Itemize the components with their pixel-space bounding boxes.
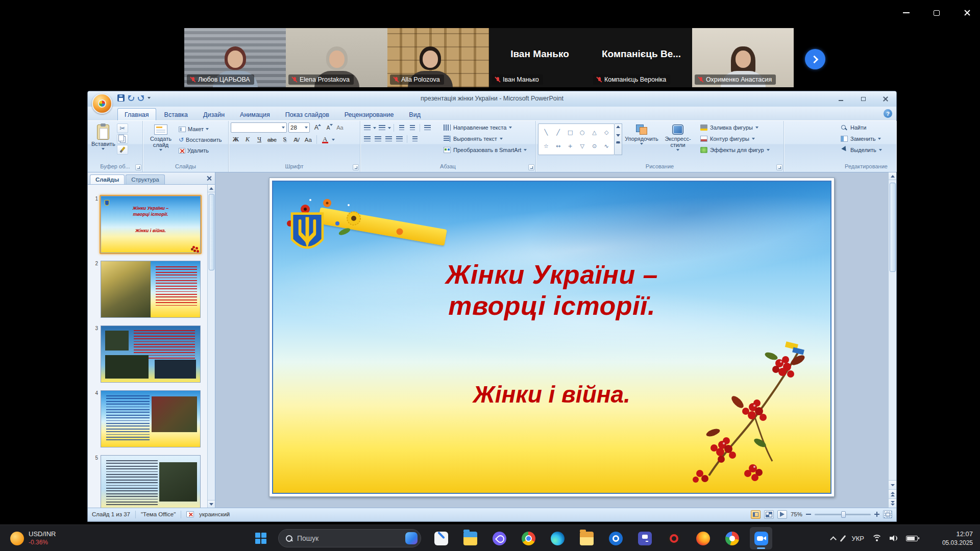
start-button[interactable] bbox=[255, 533, 266, 544]
scroll-down-icon[interactable] bbox=[889, 480, 896, 489]
align-text-button[interactable]: Выровнять текст bbox=[441, 134, 533, 144]
strikethrough-button[interactable]: abc bbox=[266, 135, 278, 144]
taskbar-clock[interactable]: 12:07 05.03.2025 bbox=[942, 530, 973, 547]
dialog-launcher[interactable] bbox=[135, 164, 141, 170]
search-input[interactable] bbox=[297, 534, 401, 542]
decrease-indent-button[interactable] bbox=[397, 123, 406, 132]
close-button[interactable] bbox=[962, 7, 973, 18]
align-left-button[interactable] bbox=[362, 135, 372, 143]
dialog-launcher[interactable] bbox=[353, 164, 359, 170]
previous-slide-button[interactable] bbox=[889, 489, 896, 498]
slide-thumbnail[interactable] bbox=[100, 260, 202, 319]
slide-thumbnail[interactable] bbox=[100, 454, 202, 508]
help-button[interactable]: ? bbox=[884, 109, 892, 118]
copy-button[interactable] bbox=[117, 134, 128, 144]
minimize-button[interactable] bbox=[835, 94, 846, 103]
reset-button[interactable]: ↺Восстановить bbox=[177, 135, 224, 144]
volume-icon[interactable] bbox=[890, 535, 898, 542]
bullets-button[interactable] bbox=[362, 123, 372, 132]
shapes-gallery-scroll[interactable] bbox=[615, 123, 622, 155]
tab-home[interactable]: Главная bbox=[117, 108, 156, 120]
panel-tab-outline[interactable]: Структура bbox=[126, 174, 165, 184]
panel-tab-slides[interactable]: Слайды bbox=[90, 174, 125, 184]
participant-tile-no-video[interactable]: Іван Манько Іван Манько bbox=[489, 28, 591, 87]
taskbar-google-app[interactable] bbox=[721, 527, 743, 549]
participant-tile[interactable]: Любов ЦАРЬОВА bbox=[184, 28, 286, 87]
shapes-gallery[interactable]: ╲ ╱ □ ○ △ ◇ ☆ ↔ + ▽ ⊙ ∿ bbox=[538, 123, 615, 155]
wifi-icon[interactable] bbox=[872, 535, 882, 542]
shrink-font-button[interactable]: А bbox=[323, 123, 333, 133]
slide-thumbnail[interactable] bbox=[100, 389, 202, 448]
scroll-up-icon[interactable] bbox=[208, 185, 215, 192]
zoom-slider-thumb[interactable] bbox=[841, 511, 846, 518]
save-icon[interactable] bbox=[117, 94, 125, 102]
change-case-button[interactable]: Aa bbox=[303, 135, 313, 144]
scroll-up-icon[interactable] bbox=[889, 172, 896, 180]
scrollbar-thumb[interactable] bbox=[890, 183, 896, 272]
next-participants-button[interactable] bbox=[805, 49, 825, 69]
tab-animation[interactable]: Анимация bbox=[233, 108, 277, 120]
scroll-down-icon[interactable] bbox=[208, 500, 215, 508]
participant-tile[interactable]: Охрименко Анастасия bbox=[692, 28, 794, 87]
taskbar-outlook[interactable] bbox=[604, 527, 627, 549]
restore-button[interactable] bbox=[857, 94, 869, 103]
slide-thumbnail-selected[interactable]: Жінки України – творці історії. Жінки і … bbox=[100, 195, 202, 254]
tab-slideshow[interactable]: Показ слайдов bbox=[278, 108, 336, 120]
taskbar-zoom[interactable] bbox=[750, 527, 772, 549]
line-spacing-button[interactable] bbox=[423, 123, 432, 132]
language-indicator[interactable]: украинский bbox=[199, 511, 230, 517]
font-size-input[interactable] bbox=[290, 124, 305, 131]
clear-formatting-button[interactable]: Aa bbox=[335, 123, 345, 133]
replace-button[interactable]: Заменить bbox=[838, 134, 894, 144]
font-name-input[interactable] bbox=[233, 124, 282, 131]
tab-insert[interactable]: Вставка bbox=[157, 108, 195, 120]
italic-button[interactable]: К bbox=[242, 135, 253, 144]
close-button[interactable] bbox=[880, 94, 891, 103]
title-bar[interactable]: презентація жінки України - Microsoft Po… bbox=[88, 91, 896, 107]
paste-button[interactable]: Вставить bbox=[90, 122, 117, 152]
zoom-out-icon[interactable] bbox=[806, 514, 811, 515]
align-right-button[interactable] bbox=[384, 135, 394, 143]
taskbar-firefox[interactable] bbox=[692, 527, 714, 549]
taskbar-opera[interactable] bbox=[663, 527, 685, 549]
panel-scrollbar[interactable] bbox=[207, 185, 215, 508]
delete-slide-button[interactable]: Удалить bbox=[177, 146, 224, 155]
numbering-button[interactable] bbox=[377, 123, 387, 132]
participant-tile-no-video[interactable]: Компанієць Ве... Компанієць Вероніка bbox=[591, 28, 692, 87]
participant-tile-active-speaker[interactable]: Elena Prostakova bbox=[286, 28, 387, 87]
slideshow-button[interactable] bbox=[777, 510, 787, 519]
tab-design[interactable]: Дизайн bbox=[196, 108, 232, 120]
normal-view-button[interactable] bbox=[751, 510, 761, 519]
dropdown-icon[interactable] bbox=[332, 139, 335, 141]
participant-tile[interactable]: Alla Polozova bbox=[387, 28, 489, 87]
shape-outline-button[interactable]: Контур фигуры bbox=[698, 134, 781, 144]
zoom-slider[interactable] bbox=[815, 514, 871, 515]
pen-tray-icon[interactable] bbox=[840, 535, 846, 541]
underline-button[interactable]: Ч bbox=[254, 135, 264, 144]
layout-button[interactable]: Макет bbox=[177, 124, 224, 134]
taskbar-edge[interactable] bbox=[546, 527, 569, 549]
editor-scrollbar[interactable] bbox=[888, 172, 896, 508]
minimize-button[interactable] bbox=[900, 7, 912, 18]
widgets-button[interactable]: USD/INR -0.36% bbox=[6, 525, 60, 551]
convert-smartart-button[interactable]: Преобразовать в SmartArt bbox=[441, 145, 533, 155]
taskbar-viber[interactable] bbox=[488, 527, 510, 549]
taskbar-search[interactable] bbox=[278, 529, 421, 547]
fit-to-window-button[interactable] bbox=[883, 510, 892, 518]
cut-button[interactable]: ✂ bbox=[117, 123, 128, 133]
slide-title[interactable]: Жінки України – творці історії. bbox=[273, 259, 830, 322]
shape-effects-button[interactable]: Эффекты для фигур bbox=[698, 145, 781, 155]
keyboard-language[interactable]: УКР bbox=[851, 535, 864, 542]
grow-font-button[interactable]: А bbox=[311, 123, 322, 133]
slide-thumbnail[interactable] bbox=[100, 324, 202, 384]
dialog-launcher[interactable] bbox=[528, 164, 534, 170]
text-shadow-button[interactable]: S bbox=[280, 135, 290, 144]
find-button[interactable]: Найти bbox=[838, 122, 894, 133]
character-spacing-button[interactable]: AV bbox=[291, 135, 302, 144]
new-slide-button[interactable]: Создать слайд bbox=[145, 122, 177, 153]
restore-button[interactable] bbox=[931, 7, 942, 18]
taskbar-chrome[interactable] bbox=[517, 527, 540, 549]
undo-icon[interactable] bbox=[128, 97, 134, 101]
slide-canvas[interactable]: Жінки України – творці історії. Жінки і … bbox=[269, 178, 835, 497]
increase-indent-button[interactable] bbox=[407, 123, 417, 132]
